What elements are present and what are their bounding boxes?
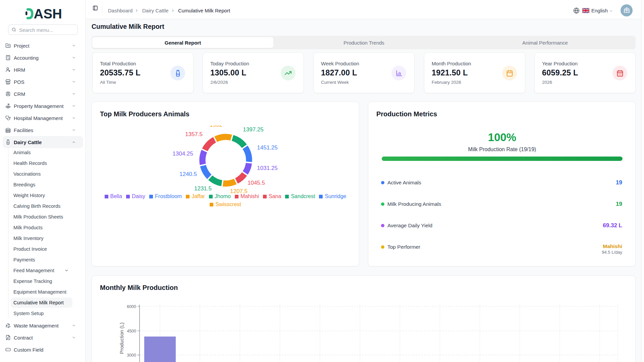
svg-text:1231.5: 1231.5 xyxy=(194,185,212,192)
svg-text:Production (L): Production (L) xyxy=(119,322,124,354)
svg-text:3000: 3000 xyxy=(127,353,136,358)
svg-text:1045.5: 1045.5 xyxy=(248,180,265,186)
svg-text:1240.5: 1240.5 xyxy=(179,171,197,177)
svg-text:1357.5: 1357.5 xyxy=(185,131,203,137)
svg-text:1451.25: 1451.25 xyxy=(257,144,277,151)
svg-text:6000: 6000 xyxy=(127,304,136,309)
svg-text:1397.25: 1397.25 xyxy=(243,126,263,133)
svg-text:ASH: ASH xyxy=(34,6,62,21)
svg-text:1304.25: 1304.25 xyxy=(172,150,193,157)
svg-text:4500: 4500 xyxy=(127,329,136,334)
svg-text:1031.25: 1031.25 xyxy=(257,165,277,171)
